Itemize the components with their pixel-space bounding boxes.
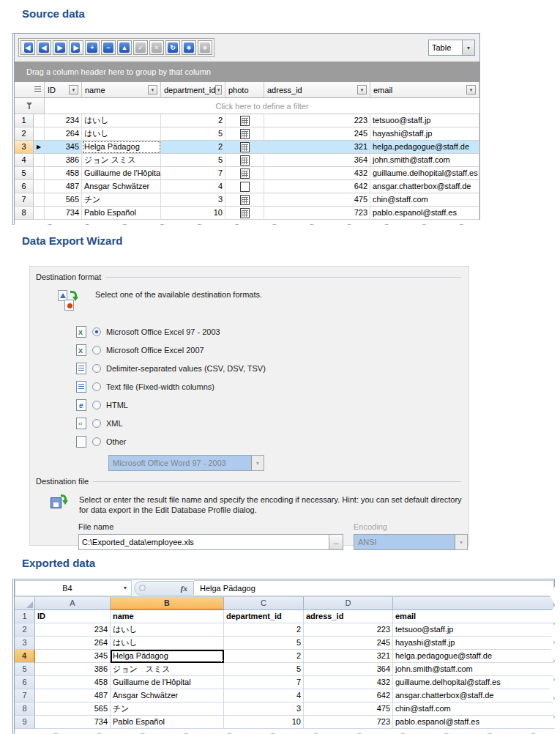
- format-option[interactable]: XML: [76, 414, 468, 432]
- spreadsheet-cell[interactable]: 10: [224, 716, 304, 729]
- spreadsheet-cell[interactable]: Helga Pädagog: [111, 650, 224, 663]
- spreadsheet-cell[interactable]: 2: [224, 623, 304, 637]
- fill-handle[interactable]: [221, 660, 224, 663]
- radio-button[interactable]: [92, 327, 101, 336]
- spreadsheet-cell[interactable]: 475: [304, 703, 393, 716]
- row-number-cell[interactable]: 7: [15, 689, 35, 703]
- spreadsheet-cell[interactable]: helga.pedagogue@staff.de: [393, 650, 554, 663]
- cell-adress-id[interactable]: 475: [264, 193, 370, 207]
- spreadsheet-cell[interactable]: 458: [35, 676, 111, 689]
- filter-row[interactable]: Click here to define a filter: [15, 98, 479, 114]
- cell-name[interactable]: はいし: [82, 127, 161, 141]
- cell-name[interactable]: ジョン スミス: [82, 154, 161, 167]
- cell-email[interactable]: helga.pedagogue@staff.de: [370, 141, 479, 154]
- column-header-name[interactable]: name▼: [82, 82, 161, 98]
- cell-department-id[interactable]: 5: [161, 127, 225, 141]
- table-row[interactable]: 4386ジョン スミス5364john.smith@staff.com: [15, 154, 479, 167]
- spreadsheet-cell[interactable]: ID: [35, 610, 111, 623]
- cell-id[interactable]: 386: [45, 154, 82, 167]
- column-filter-dropdown-icon[interactable]: ▼: [69, 85, 78, 94]
- column-header-department_id[interactable]: department_id▼: [161, 82, 225, 98]
- cell-department-id[interactable]: 2: [161, 114, 225, 127]
- cell-department-id[interactable]: 4: [161, 180, 225, 193]
- cell-id[interactable]: 234: [45, 114, 82, 127]
- radio-button[interactable]: [92, 346, 101, 355]
- cell-department-id[interactable]: 5: [161, 154, 225, 167]
- spreadsheet-cell[interactable]: adress_id: [304, 610, 393, 623]
- refresh-button[interactable]: ↻: [165, 40, 180, 55]
- spreadsheet-cell[interactable]: 345: [35, 650, 111, 663]
- spreadsheet-cell[interactable]: 4: [224, 689, 304, 703]
- prior-record-button[interactable]: ◀: [37, 40, 51, 55]
- spreadsheet-cell[interactable]: 223: [304, 623, 393, 637]
- cell-name-box[interactable]: B4 ▼: [15, 580, 132, 596]
- cell-photo[interactable]: [225, 207, 264, 220]
- radio-button[interactable]: [92, 401, 101, 409]
- cell-photo[interactable]: [225, 193, 264, 207]
- row-number-cell[interactable]: 3: [15, 637, 35, 650]
- first-record-button[interactable]: ◀: [20, 40, 35, 55]
- spreadsheet-cell[interactable]: 5: [224, 637, 304, 650]
- column-header-C[interactable]: C: [224, 597, 304, 610]
- format-option[interactable]: Microsoft Office Excel 2007: [76, 341, 468, 359]
- spreadsheet-cell[interactable]: 487: [35, 689, 111, 703]
- cell-department-id[interactable]: 2: [161, 141, 225, 154]
- format-option[interactable]: Microsoft Office Excel 97 - 2003: [76, 322, 468, 341]
- format-option[interactable]: Text file (Fixed-width columns): [76, 377, 468, 396]
- spreadsheet-cell[interactable]: Pablo Español: [111, 716, 224, 729]
- spreadsheet-cell[interactable]: name: [111, 610, 224, 623]
- cell-id[interactable]: 487: [45, 180, 82, 193]
- cell-id[interactable]: 345: [45, 141, 82, 154]
- spreadsheet-cell[interactable]: 723: [304, 716, 393, 729]
- spreadsheet-cell[interactable]: はいし: [111, 623, 224, 637]
- cell-name[interactable]: Pablo Español: [82, 207, 161, 220]
- radio-button[interactable]: [92, 437, 101, 446]
- row-number-cell[interactable]: 2: [15, 623, 35, 637]
- table-row[interactable]: 1234はいし2223tetsuoo@staff.jp: [15, 114, 479, 127]
- cell-id[interactable]: 264: [45, 127, 82, 141]
- table-row[interactable]: 3▶345Helga Pädagog2321helga.pedagogue@st…: [15, 141, 479, 154]
- cell-id[interactable]: 565: [45, 193, 82, 207]
- apply-updates-button[interactable]: ∗: [182, 40, 196, 55]
- table-row[interactable]: 2264はいし5245hayashi@staff.jp: [15, 127, 479, 141]
- table-selector[interactable]: Table ▼: [428, 40, 475, 56]
- filter-prompt[interactable]: Click here to define a filter: [45, 98, 479, 114]
- spreadsheet-cell[interactable]: email: [393, 610, 554, 623]
- spreadsheet-cell[interactable]: Guillaume de l'Hôpital: [111, 676, 224, 689]
- cell-adress-id[interactable]: 245: [264, 127, 370, 141]
- cell-adress-id[interactable]: 223: [264, 114, 370, 127]
- spreadsheet-cell[interactable]: pablo.espanol@staff.es: [393, 716, 554, 729]
- post-edit-button[interactable]: ✓: [133, 40, 148, 55]
- spreadsheet-cell[interactable]: 234: [35, 623, 111, 637]
- delete-record-button[interactable]: −: [101, 40, 116, 55]
- cell-adress-id[interactable]: 321: [264, 141, 370, 154]
- row-number-cell[interactable]: 6: [15, 676, 35, 689]
- insert-function-area[interactable]: fx: [134, 581, 194, 596]
- spreadsheet-cell[interactable]: tetsuoo@staff.jp: [393, 623, 554, 637]
- spreadsheet-cell[interactable]: 642: [304, 689, 393, 703]
- spreadsheet-cell[interactable]: 734: [35, 716, 111, 729]
- spreadsheet-cell[interactable]: john.smith@staff.com: [393, 663, 554, 676]
- cancel-updates-button[interactable]: ∗: [198, 40, 212, 55]
- spreadsheet-cell[interactable]: ジョン スミス: [111, 663, 224, 676]
- spreadsheet-cell[interactable]: 7: [224, 676, 304, 689]
- formula-bar[interactable]: Helga Pädagog: [194, 580, 554, 596]
- row-number-cell[interactable]: 5: [15, 663, 35, 676]
- group-by-band[interactable]: Drag a column header here to group by th…: [15, 62, 479, 82]
- cell-name[interactable]: チン: [82, 193, 161, 207]
- row-number-cell[interactable]: 4: [15, 650, 35, 663]
- column-header-A[interactable]: A: [35, 597, 111, 610]
- radio-button[interactable]: [92, 364, 101, 373]
- table-row[interactable]: 7565チン3475chin@staff.com: [15, 193, 479, 207]
- column-header-photo[interactable]: photo: [225, 82, 264, 98]
- row-number-cell[interactable]: 9: [15, 716, 35, 729]
- column-filter-dropdown-icon[interactable]: ▼: [466, 85, 476, 94]
- spreadsheet-cell[interactable]: 386: [35, 663, 111, 676]
- column-header-e[interactable]: [393, 597, 554, 610]
- spreadsheet-cell[interactable]: Ansgar Schwätzer: [111, 689, 224, 703]
- spreadsheet-cell[interactable]: はいし: [111, 637, 224, 650]
- radio-button[interactable]: [92, 382, 101, 391]
- cell-email[interactable]: tetsuoo@staff.jp: [370, 114, 479, 127]
- column-filter-dropdown-icon[interactable]: ▼: [148, 85, 157, 94]
- cell-name[interactable]: Guillaume de l'Hôpita: [82, 167, 161, 180]
